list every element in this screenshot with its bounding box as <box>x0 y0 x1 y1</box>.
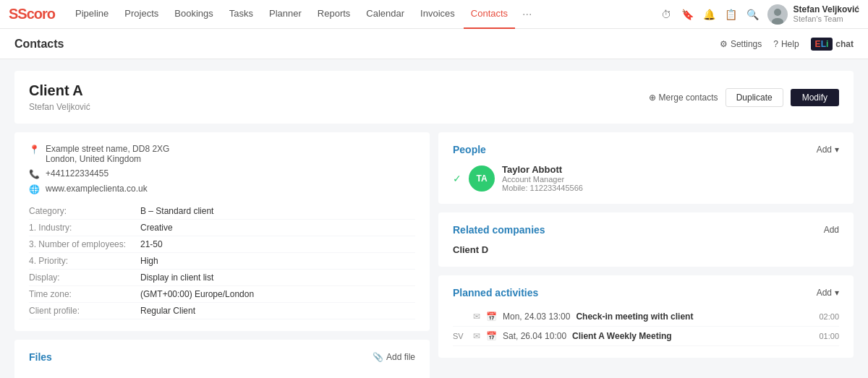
contact-name: Client A <box>29 82 90 99</box>
phone-number: +441122334455 <box>46 168 109 179</box>
user-menu[interactable]: Stefan Veljković Stefan's Team <box>767 4 859 25</box>
search-icon[interactable]: 🔍 <box>746 9 760 20</box>
nav-invoices[interactable]: Invoices <box>413 0 462 29</box>
location-icon: 📍 <box>29 145 40 155</box>
file-row-1: SV ■ Design mock-up.png 16.12.2021 11:11 <box>29 371 415 378</box>
files-panel: Files 📎 Add file SV ■ Design mock-up.png… <box>14 340 430 378</box>
top-nav: SScoro Pipeline Projects Bookings Tasks … <box>0 0 868 29</box>
merge-contacts-button[interactable]: ⊕ Merge contacts <box>649 93 718 103</box>
contact-details: 📍 Example street name, DD8 2XG London, U… <box>14 132 430 331</box>
help-button[interactable]: ? Help <box>773 39 799 49</box>
nav-reports[interactable]: Reports <box>310 0 358 29</box>
check-icon: ✓ <box>453 173 461 184</box>
eli-l-letter: L <box>821 39 826 49</box>
activity-name-1[interactable]: Check-in meeting with client <box>576 312 813 322</box>
nav-pipeline[interactable]: Pipeline <box>68 0 116 29</box>
nav-projects[interactable]: Projects <box>117 0 166 29</box>
merge-icon: ⊕ <box>649 93 656 103</box>
activity-type-icon-1: ✉ <box>473 312 480 322</box>
street-address: Example street name, DD8 2XG <box>46 144 169 154</box>
related-title: Related companies <box>453 224 545 236</box>
website-row: 🌐 www.exampleclienta.co.uk <box>29 184 415 194</box>
field-employees: 3. Number of employees: 21-50 <box>29 236 415 253</box>
contact-info: Client A Stefan Veljković <box>29 82 90 112</box>
phone-row: 📞 +441122334455 <box>29 168 415 179</box>
contact-header: Client A Stefan Veljković ⊕ Merge contac… <box>14 71 854 124</box>
related-companies-panel: Related companies Add Client D <box>438 212 854 267</box>
svg-point-1 <box>774 9 781 16</box>
eli-i-letter: i <box>826 39 828 49</box>
nav-bookings[interactable]: Bookings <box>167 0 220 29</box>
user-avatar <box>767 4 788 25</box>
people-header: People Add ▾ <box>453 144 839 155</box>
main-grid: 📍 Example street name, DD8 2XG London, U… <box>14 132 854 378</box>
people-title: People <box>453 144 486 155</box>
add-activity-button[interactable]: Add ▾ <box>817 288 839 298</box>
activities-header: Planned activities Add ▾ <box>453 287 839 298</box>
person-name[interactable]: Taylor Abbott <box>502 164 583 175</box>
chevron-down-icon: ▾ <box>835 145 839 155</box>
user-info: Stefan Veljković Stefan's Team <box>793 4 859 25</box>
field-industry: 1. Industry: Creative <box>29 220 415 236</box>
people-panel: People Add ▾ ✓ TA Taylor Abbott Account … <box>438 132 854 204</box>
sub-header: Contacts ⚙ Settings ? Help ELi chat <box>0 29 868 59</box>
details-table: Category: B – Standard client 1. Industr… <box>29 203 415 319</box>
add-file-button[interactable]: 📎 Add file <box>373 352 415 362</box>
eli-chat-label: chat <box>835 39 854 49</box>
city-address: London, United Kingdom <box>46 154 169 164</box>
activity-row-2: SV ✉ 📅 Sat, 26.04 10:00 Client A Weekly … <box>453 327 839 346</box>
nav-more[interactable]: ··· <box>516 8 537 21</box>
activity-type-icon-2: ✉ <box>473 331 480 341</box>
duplicate-button[interactable]: Duplicate <box>726 88 783 107</box>
eli-chat[interactable]: ELi chat <box>811 38 854 51</box>
screen-icon[interactable]: 📋 <box>724 9 739 20</box>
person-mobile: Mobile: 112233445566 <box>502 184 583 192</box>
user-team: Stefan's Team <box>793 14 859 24</box>
help-icon: ? <box>773 39 778 49</box>
person-info: Taylor Abbott Account Manager Mobile: 11… <box>502 164 583 192</box>
person-role: Account Manager <box>502 175 583 184</box>
related-header: Related companies Add <box>453 224 839 236</box>
nav-contacts[interactable]: Contacts <box>464 0 515 29</box>
activities-title: Planned activities <box>453 287 538 298</box>
add-person-button[interactable]: Add ▾ <box>817 145 839 155</box>
eli-e-letter: E <box>815 39 821 49</box>
phone-icon: 📞 <box>29 169 40 179</box>
nav-items: Pipeline Projects Bookings Tasks Planner… <box>68 0 659 29</box>
website-url: www.exampleclienta.co.uk <box>46 184 148 194</box>
address-row: 📍 Example street name, DD8 2XG London, U… <box>29 144 415 164</box>
settings-icon: ⚙ <box>720 39 728 49</box>
person-row-1: ✓ TA Taylor Abbott Account Manager Mobil… <box>453 164 839 192</box>
contact-owner: Stefan Veljković <box>29 102 90 112</box>
contact-header-actions: ⊕ Merge contacts Duplicate Modify <box>649 88 839 107</box>
activity-name-2[interactable]: Client A Weekly Meeting <box>572 331 813 341</box>
page-content: Client A Stefan Veljković ⊕ Merge contac… <box>0 59 868 378</box>
timer-icon[interactable]: ⏱ <box>659 9 673 20</box>
field-display: Display: Display in client list <box>29 270 415 286</box>
nav-right: ⏱ 🔖 🔔 📋 🔍 Stefan Veljković Stefan's Team <box>659 4 859 25</box>
related-company-1[interactable]: Client D <box>453 244 839 255</box>
logo[interactable]: SScoro <box>9 6 55 22</box>
activity-date-2: Sat, 26.04 10:00 <box>503 331 566 341</box>
sub-header-actions: ⚙ Settings ? Help ELi chat <box>720 38 854 51</box>
add-related-button[interactable]: Add <box>824 225 839 235</box>
nav-calendar[interactable]: Calendar <box>359 0 412 29</box>
nav-planner[interactable]: Planner <box>262 0 309 29</box>
nav-tasks[interactable]: Tasks <box>222 0 260 29</box>
files-title: Files <box>29 351 52 363</box>
left-panel: 📍 Example street name, DD8 2XG London, U… <box>14 132 430 378</box>
activity-add-chevron: ▾ <box>835 288 839 298</box>
activity-user-2: SV <box>453 332 467 340</box>
bookmark-icon[interactable]: 🔖 <box>681 9 695 20</box>
activity-calendar-icon-2: 📅 <box>486 331 497 341</box>
person-avatar-ta: TA <box>469 166 495 192</box>
activity-row-1: ✉ 📅 Mon, 24.03 13:00 Check-in meeting wi… <box>453 307 839 327</box>
modify-button[interactable]: Modify <box>791 89 839 106</box>
right-panel: People Add ▾ ✓ TA Taylor Abbott Account … <box>438 132 854 378</box>
settings-button[interactable]: ⚙ Settings <box>720 39 762 49</box>
paperclip-icon: 📎 <box>373 352 383 362</box>
notification-icon[interactable]: 🔔 <box>702 9 717 20</box>
activity-duration-1: 02:00 <box>819 312 839 321</box>
field-category: Category: B – Standard client <box>29 203 415 220</box>
user-name: Stefan Veljković <box>793 4 859 14</box>
